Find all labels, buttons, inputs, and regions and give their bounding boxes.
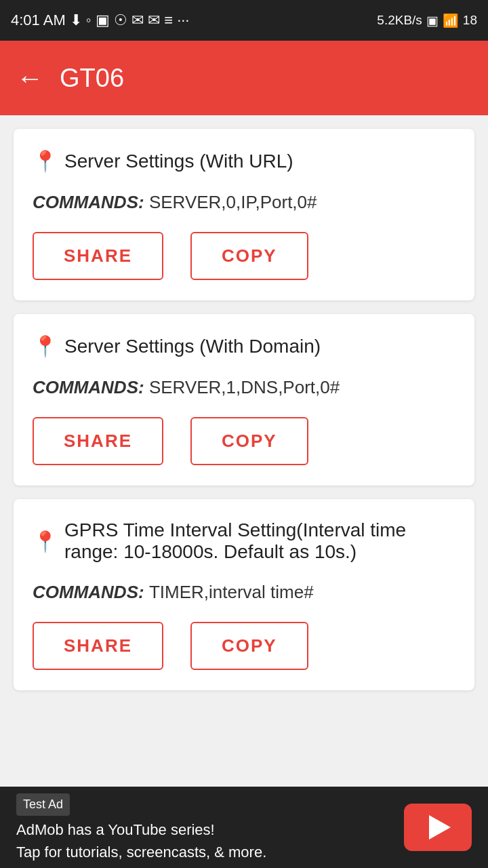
copy-button-1[interactable]: COPY <box>190 232 308 280</box>
pin-icon-2: 📍 <box>33 334 58 358</box>
wifi-icon: 📶 <box>443 13 459 28</box>
card-title-text-3: GPRS Time Interval Setting(Interval time… <box>64 519 455 563</box>
commands-label-3: COMMANDS: <box>33 582 144 602</box>
commands-row-1: COMMANDS: SERVER,0,IP,Port,0# <box>33 192 455 213</box>
ad-badge: Test Ad <box>16 792 266 818</box>
commands-label-1: COMMANDS: <box>33 192 144 212</box>
copy-button-3[interactable]: COPY <box>190 622 308 670</box>
commands-label-2: COMMANDS: <box>33 377 144 397</box>
ad-line2: Tap for tutorials, screencasts, & more. <box>16 841 266 863</box>
button-row-2: SHARE COPY <box>33 417 455 465</box>
card-title-text-2: Server Settings (With Domain) <box>64 336 321 357</box>
app-bar: ← GT06 <box>0 41 488 115</box>
status-right: 5.2KB/s ▣ 📶 18 <box>377 13 477 28</box>
card-title-text-1: Server Settings (With URL) <box>64 151 293 172</box>
youtube-button[interactable] <box>404 804 472 851</box>
card-title-gprs: 📍 GPRS Time Interval Setting(Interval ti… <box>33 519 455 563</box>
status-icons: ⬇ ◦ ▣ ☉ ✉ ✉ ≡ ··· <box>70 12 190 29</box>
ad-line1: AdMob has a YouTube series! <box>16 818 266 841</box>
commands-value-2: SERVER,1,DNS,Port,0# <box>149 377 340 397</box>
battery-percent: 18 <box>463 13 477 28</box>
button-row-1: SHARE COPY <box>33 232 455 280</box>
button-row-3: SHARE COPY <box>33 622 455 670</box>
ad-banner[interactable]: Test Ad AdMob has a YouTube series! Tap … <box>0 787 488 868</box>
status-time: 4:01 AM <box>11 12 66 29</box>
status-battery-icon: ▣ <box>426 13 439 28</box>
copy-button-2[interactable]: COPY <box>190 417 308 465</box>
status-left: 4:01 AM ⬇ ◦ ▣ ☉ ✉ ✉ ≡ ··· <box>11 12 189 29</box>
commands-row-2: COMMANDS: SERVER,1,DNS,Port,0# <box>33 377 455 398</box>
status-bar: 4:01 AM ⬇ ◦ ▣ ☉ ✉ ✉ ≡ ··· 5.2KB/s ▣ 📶 18 <box>0 0 488 41</box>
pin-icon-3: 📍 <box>33 530 58 553</box>
commands-value-1: SERVER,0,IP,Port,0# <box>149 192 317 212</box>
commands-row-3: COMMANDS: TIMER,interval time# <box>33 582 455 603</box>
play-icon <box>429 815 451 840</box>
pin-icon-1: 📍 <box>33 149 58 173</box>
share-button-1[interactable]: SHARE <box>33 232 163 280</box>
card-server-domain: 📍 Server Settings (With Domain) COMMANDS… <box>14 314 474 486</box>
content-area: 📍 Server Settings (With URL) COMMANDS: S… <box>0 115 488 704</box>
card-title-server-url: 📍 Server Settings (With URL) <box>33 149 455 173</box>
card-server-url: 📍 Server Settings (With URL) COMMANDS: S… <box>14 129 474 300</box>
status-speed: 5.2KB/s <box>377 13 422 28</box>
page-title: GT06 <box>60 64 124 93</box>
ad-text: Test Ad AdMob has a YouTube series! Tap … <box>16 792 266 863</box>
share-button-3[interactable]: SHARE <box>33 622 163 670</box>
commands-value-3: TIMER,interval time# <box>149 582 314 602</box>
share-button-2[interactable]: SHARE <box>33 417 163 465</box>
card-title-server-domain: 📍 Server Settings (With Domain) <box>33 334 455 358</box>
card-gprs-interval: 📍 GPRS Time Interval Setting(Interval ti… <box>14 499 474 690</box>
back-button[interactable]: ← <box>16 63 43 94</box>
